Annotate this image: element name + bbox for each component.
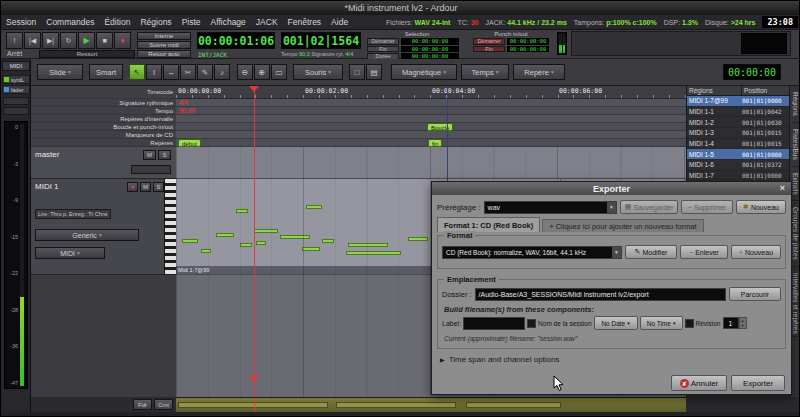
- master-track-lane[interactable]: [176, 147, 686, 179]
- midi-note[interactable]: [254, 229, 278, 233]
- mixer-widget[interactable]: [3, 97, 29, 105]
- midi-channel-row[interactable]: Lire: Thru p. Enreg.: Tr Chns: [35, 209, 111, 219]
- end-marker[interactable]: fin: [428, 139, 442, 147]
- session-name-checkbox[interactable]: [527, 319, 536, 328]
- region-row[interactable]: MIDI 1-7@99001|01|0000: [687, 96, 789, 107]
- midi-note[interactable]: [408, 237, 428, 241]
- editor-summary[interactable]: [176, 397, 686, 412]
- export-dialog-titlebar[interactable]: Exporter ×: [432, 182, 791, 195]
- loop-punch-ruler[interactable]: Boucle: [176, 123, 686, 131]
- track-name[interactable]: master: [35, 150, 59, 159]
- location-marker-ruler[interactable]: début fin: [176, 139, 686, 147]
- spinner-arrows[interactable]: ▴▾: [739, 317, 747, 329]
- cd-marker-ruler[interactable]: [176, 131, 686, 139]
- sidebar-tab[interactable]: Extraits: [792, 167, 799, 202]
- playhead-handle-top[interactable]: [249, 86, 259, 92]
- goto-end-button[interactable]: ▶|: [42, 32, 59, 49]
- meter-ruler[interactable]: 4/4: [176, 99, 686, 107]
- ruler-label[interactable]: Repères: [31, 139, 176, 147]
- tempo-value[interactable]: 90,0: [299, 51, 310, 57]
- preset-remove-button[interactable]: −Supprimer: [681, 200, 733, 214]
- midi-panic-button[interactable]: !: [6, 32, 23, 49]
- master-track-header[interactable]: master M S: [31, 147, 176, 179]
- follow-button[interactable]: Suivre midi: [137, 41, 191, 49]
- regions-header[interactable]: Régions Position: [687, 86, 789, 96]
- layer-display-button[interactable]: ▤: [366, 64, 382, 80]
- midi-mute-button[interactable]: M: [140, 182, 151, 192]
- grid-unit-dropdown[interactable]: Temps▾: [461, 64, 509, 80]
- punch-row-value[interactable]: 00:00:00:00: [507, 38, 549, 45]
- zoom-out-button[interactable]: ⊖: [237, 64, 253, 80]
- shuttle-control[interactable]: Ressort: [39, 50, 135, 58]
- record-arm-button[interactable]: ●: [127, 182, 138, 192]
- stop-button[interactable]: ■: [96, 32, 113, 49]
- sidebar-tab[interactable]: Pistes/Bus: [792, 123, 799, 167]
- region-row[interactable]: MIDI 1-2001|01|0030: [687, 117, 789, 128]
- mixer-io-button[interactable]: fader: [2, 85, 30, 94]
- zoom-fit-button[interactable]: ▭: [271, 64, 287, 80]
- midnam-mode-dropdown[interactable]: MIDI▾: [35, 247, 105, 259]
- timespan-expander[interactable]: ▶ Time span and channel options: [440, 355, 560, 364]
- format-dropdown[interactable]: CD (Red Book): normalize, WAV, 16bit, 44…: [442, 246, 622, 259]
- ruler-label[interactable]: Signature rythmique: [31, 99, 176, 107]
- midi-note[interactable]: [346, 251, 401, 255]
- folder-field[interactable]: /Audio-Base/A3_SESSIONS/Midi instrument …: [475, 288, 726, 301]
- mixer-track-name[interactable]: MIDI: [2, 61, 30, 71]
- ruler-label[interactable]: Timecode: [31, 86, 176, 99]
- midi-note[interactable]: [280, 235, 310, 239]
- cut-tool-button[interactable]: ✂: [180, 64, 196, 80]
- mixer-fader-meter[interactable]: 0-3-9-15-22-28-36-47: [4, 121, 28, 389]
- midi-note[interactable]: [240, 243, 252, 247]
- edit-point-clock[interactable]: 00:00:00: [723, 64, 781, 80]
- ruler-label[interactable]: Repères d'intervalle: [31, 115, 176, 123]
- menu-item[interactable]: Édition: [99, 15, 135, 29]
- close-icon[interactable]: ×: [777, 182, 788, 195]
- menu-item[interactable]: JACK: [251, 15, 283, 29]
- master-solo-button[interactable]: S: [158, 150, 171, 160]
- menu-item[interactable]: Aide: [326, 15, 353, 29]
- spin-down-icon[interactable]: ▾: [740, 323, 746, 328]
- cancel-button[interactable]: ✘ Annuler: [671, 375, 727, 391]
- auto-return-button[interactable]: Retour auto: [137, 50, 191, 58]
- mixer-widget[interactable]: [3, 107, 29, 115]
- region-row[interactable]: MIDI 1-1001|01|0042: [687, 107, 789, 118]
- browse-button[interactable]: Parcourir: [729, 287, 781, 301]
- sidebar-tab[interactable]: Groupes de pistes: [792, 201, 799, 267]
- primary-clock-mode[interactable]: INT/JACK: [198, 51, 227, 58]
- menu-item[interactable]: Commandes: [41, 15, 99, 29]
- ruler-label[interactable]: Tempo: [31, 107, 176, 115]
- mini-button[interactable]: Fdr: [133, 399, 152, 410]
- midi-note[interactable]: [322, 239, 334, 243]
- midi-solo-button[interactable]: S: [153, 182, 164, 192]
- tempo-ruler[interactable]: 90,00: [176, 107, 686, 115]
- preset-save-button[interactable]: ▦Sauvegarder: [620, 200, 678, 214]
- date-dropdown[interactable]: No Date▾: [594, 316, 638, 330]
- region-row[interactable]: MIDI 1-7001|01|0000: [687, 171, 789, 182]
- track-name[interactable]: MIDI 1: [35, 182, 59, 191]
- midi-note[interactable]: [182, 239, 198, 243]
- goto-start-button[interactable]: |◀: [24, 32, 41, 49]
- ruler-label[interactable]: Boucle et punch-in/out: [31, 123, 176, 131]
- menu-item[interactable]: Session: [1, 15, 41, 29]
- master-gain-widget[interactable]: [131, 165, 171, 174]
- regions-column-name[interactable]: Régions: [687, 86, 742, 95]
- selection-row-value[interactable]: 00:00:00:00: [401, 46, 459, 53]
- format-tab-active[interactable]: Format 1: CD (Red Book): [437, 217, 540, 232]
- secondary-clock[interactable]: 001|02|1564: [281, 32, 361, 49]
- add-format-tab[interactable]: + Cliquez ici pour ajouter un nouveau fo…: [542, 219, 703, 232]
- play-button[interactable]: ▶: [78, 32, 95, 49]
- zoom-focus-dropdown[interactable]: Souris▾: [293, 64, 343, 80]
- edit-mode-dropdown[interactable]: Slide▾: [37, 64, 83, 80]
- format-edit-button[interactable]: ✎Modifier: [625, 245, 677, 259]
- midi-note[interactable]: [306, 205, 322, 209]
- tempo-marker[interactable]: 90,00: [179, 107, 195, 115]
- time-dropdown[interactable]: No Time▾: [640, 316, 683, 330]
- mixer-io-button[interactable]: syntL: [2, 75, 30, 84]
- revision-spinner[interactable]: 1 ▴▾: [723, 317, 747, 329]
- master-mute-button[interactable]: M: [143, 150, 156, 160]
- sync-source-button[interactable]: Interne: [137, 32, 191, 40]
- smart-mode-button[interactable]: Smart: [89, 64, 123, 80]
- selection-row-value[interactable]: 00:00:00:00: [401, 38, 459, 45]
- playhead-handle-bottom[interactable]: [249, 376, 259, 382]
- sidebar-tab[interactable]: Régions: [792, 86, 799, 123]
